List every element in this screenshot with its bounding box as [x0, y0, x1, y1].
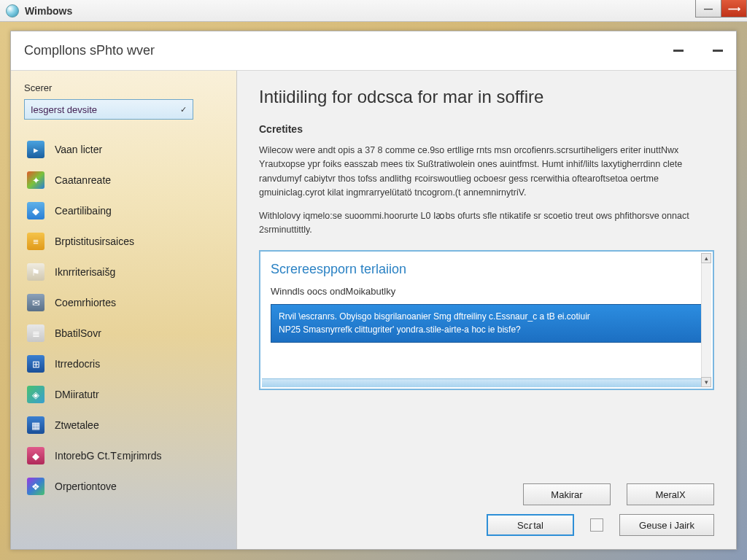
sidebar-item-icon: ◆: [27, 447, 44, 464]
sidebar-item-label: BbatilSovr: [55, 327, 101, 339]
category-select[interactable]: Iesgerst devsite ✓: [24, 99, 193, 120]
sidebar-item-7[interactable]: ⊞Itrredocris: [24, 349, 223, 379]
sidebar-item-icon: ✦: [27, 171, 44, 189]
app-window: Compllons sPhto wver Scerer Iesgerst dev…: [10, 31, 737, 550]
sidebar-item-3[interactable]: ≡Brptistitusirsaices: [24, 226, 223, 257]
sidebar-item-icon: ◆: [27, 202, 44, 219]
sidebar-item-icon: ❖: [27, 478, 44, 495]
chevron-down-icon: ✓: [180, 105, 187, 114]
sidebar-item-label: IntorebG Ct.Tɛmjrimrds: [55, 450, 161, 462]
sidebar-item-8[interactable]: ◈DMiiratutr: [24, 379, 223, 410]
panel-selected-item[interactable]: Rrvil \escranrs. Obyisgo bisgrilanoanier…: [271, 304, 703, 343]
category-select-value: Iesgerst devsite: [31, 104, 97, 115]
scroll-down-icon[interactable]: ▾: [701, 377, 711, 387]
titlebar-close-button[interactable]: ⟶: [721, 0, 747, 18]
intro-paragraph-1: Wilecow were andt opis a 37 8 comme ce.9…: [259, 144, 714, 201]
sidebar-section-label: Scerer: [24, 82, 223, 93]
sidebar-item-icon: ▦: [27, 416, 44, 434]
cancel-button[interactable]: Geuse i Jairk: [619, 514, 714, 536]
os-titlebar: Wimbows — ⟶: [0, 0, 747, 22]
sidebar-item-icon: ≡: [27, 233, 44, 250]
sidebar-item-label: Vaan licter: [55, 144, 102, 155]
maker-button[interactable]: Makirar: [523, 483, 611, 505]
panel-scrollbar[interactable]: [701, 253, 711, 387]
sidebar-item-label: Ceartilibaing: [55, 205, 112, 217]
panel-line: Winndls oocs ondMoikabutlky: [271, 286, 703, 297]
sidebar-item-label: Itrredocris: [55, 358, 100, 370]
sidebar-item-6[interactable]: ≣BbatilSovr: [24, 318, 223, 349]
sidebar-item-11[interactable]: ❖Orpertiontove: [24, 471, 223, 502]
window-title: Compllons sPhto wver: [24, 43, 155, 58]
window-header: Compllons sPhto wver: [11, 31, 736, 71]
sidebar-item-icon: ≣: [27, 324, 44, 342]
sidebar-item-label: Brptistitusirsaices: [55, 236, 134, 247]
sidebar-item-label: Ztwetalee: [55, 419, 99, 431]
confirm-checkbox[interactable]: [590, 518, 603, 532]
intro-paragraph-2: Withlolovy iqmelo:se suoommi.hoorurte L0…: [259, 209, 714, 238]
scroll-up-icon[interactable]: ▴: [701, 253, 711, 263]
start-orb-icon: [6, 4, 19, 18]
serial-button[interactable]: Scɾtal: [487, 514, 574, 536]
sidebar-item-icon: ⚑: [27, 263, 44, 281]
sidebar-item-9[interactable]: ▦Ztwetalee: [24, 410, 223, 440]
sidebar-item-icon: ⊞: [27, 355, 44, 373]
sidebar: Scerer Iesgerst devsite ✓ ▸Vaan licter✦C…: [11, 71, 237, 549]
panel-bottom-scrollbar[interactable]: [262, 378, 701, 387]
sidebar-item-10[interactable]: ◆IntorebG Ct.Tɛmjrimrds: [24, 440, 223, 471]
sidebar-item-0[interactable]: ▸Vaan licter: [24, 134, 223, 165]
sidebar-item-label: Caatanreate: [55, 174, 111, 186]
sidebar-item-icon: ▸: [27, 141, 44, 158]
os-title: Wimbows: [25, 5, 72, 17]
sidebar-item-label: DMiiratutr: [55, 389, 99, 400]
page-subheading: Ccretites: [259, 123, 714, 135]
sidebar-item-2[interactable]: ◆Ceartilibaing: [24, 195, 223, 226]
info-panel: Screreespporn terlaiion Winndls oocs ond…: [259, 250, 714, 390]
menax-button[interactable]: MeralX: [627, 483, 714, 505]
sidebar-item-label: Iknrriterisaišg: [55, 266, 115, 278]
sidebar-item-5[interactable]: ✉Coemrhiortes: [24, 287, 223, 318]
window-minimize-button[interactable]: [673, 50, 684, 52]
sidebar-item-icon: ✉: [27, 294, 44, 311]
sidebar-item-1[interactable]: ✦Caatanreate: [24, 165, 223, 195]
main-content: Intiidiling for odcsca for mar in soffir…: [237, 71, 736, 549]
sidebar-item-4[interactable]: ⚑Iknrriterisaišg: [24, 257, 223, 287]
sidebar-item-label: Coemrhiortes: [55, 297, 116, 308]
sidebar-item-label: Orpertiontove: [55, 481, 117, 492]
panel-title: Screreespporn terlaiion: [271, 262, 703, 277]
window-maximize-button[interactable]: [713, 50, 723, 52]
page-heading: Intiidiling for odcsca for mar in soffir…: [259, 87, 714, 107]
sidebar-item-icon: ◈: [27, 386, 44, 403]
titlebar-minimize-button[interactable]: —: [695, 0, 721, 18]
